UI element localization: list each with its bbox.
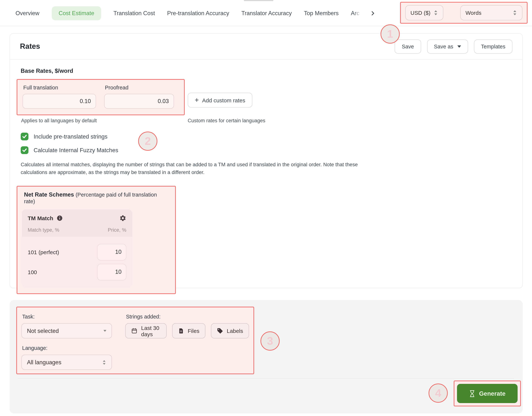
save-as-button[interactable]: Save as bbox=[427, 39, 468, 53]
unit-select-value: Words bbox=[466, 9, 481, 16]
labels-button[interactable]: Labels bbox=[211, 323, 249, 338]
proofread-input[interactable] bbox=[104, 94, 174, 109]
base-rates-heading: Base Rates, $/word bbox=[21, 68, 513, 74]
tm-col-price: Price, % bbox=[108, 227, 126, 233]
tab-translator-accuracy[interactable]: Translator Accuracy bbox=[241, 10, 292, 17]
strings-added-filter: Strings added: Last 30 days Files Lab bbox=[125, 312, 249, 338]
tab-translation-cost[interactable]: Translation Cost bbox=[114, 10, 155, 17]
tab-pre-translation-accuracy[interactable]: Pre-translation Accuracy bbox=[167, 10, 229, 17]
task-label: Task: bbox=[22, 314, 112, 320]
tm-row-100-input[interactable] bbox=[97, 264, 126, 280]
updown-arrows-icon bbox=[102, 360, 106, 365]
tm-row-100: 100 bbox=[28, 264, 126, 280]
annotation-circle-3: 3 bbox=[260, 331, 280, 351]
rates-card-header: Rates Save Save as Templates bbox=[10, 34, 522, 59]
tab-archive-truncated[interactable]: Arc bbox=[351, 10, 362, 17]
task-select-value: Not selected bbox=[27, 328, 59, 334]
language-select-value: All languages bbox=[27, 359, 61, 366]
rates-card-body: Base Rates, $/word Full translation Proo… bbox=[10, 59, 522, 294]
files-label: Files bbox=[188, 328, 199, 334]
tm-row-101-label: 101 (perfect) bbox=[28, 249, 59, 255]
filters-highlight: Task: Not selected Strings added: Last 3… bbox=[16, 307, 254, 374]
tabs-overflow-button[interactable] bbox=[370, 10, 376, 16]
task-filter: Task: Not selected bbox=[21, 312, 112, 338]
full-translation-field: Full translation bbox=[23, 85, 96, 109]
files-button[interactable]: Files bbox=[172, 323, 205, 338]
tm-match-header: TM Match Match type, % Price, % bbox=[22, 209, 132, 237]
page-title: Rates bbox=[20, 42, 40, 51]
base-rates-helper-left: Applies to all languages by default bbox=[21, 118, 97, 123]
tag-icon bbox=[217, 328, 223, 334]
include-pretranslated-row: Include pre-translated strings bbox=[21, 133, 513, 140]
tm-match-rows: 101 (perfect) 100 bbox=[22, 237, 132, 287]
tm-row-101-input[interactable] bbox=[97, 244, 126, 260]
report-tabs: Overview Cost Estimate Translation Cost … bbox=[16, 0, 376, 26]
calc-fuzzy-label: Calculate Internal Fuzzy Matches bbox=[34, 147, 118, 153]
base-rates-highlight: Full translation Proofread bbox=[17, 79, 185, 115]
info-icon[interactable] bbox=[57, 215, 63, 221]
proofread-field: Proofread bbox=[104, 85, 174, 109]
tm-match-title: TM Match bbox=[28, 215, 53, 221]
checkmark-icon bbox=[22, 134, 27, 139]
tm-row-100-label: 100 bbox=[28, 269, 37, 275]
full-translation-label: Full translation bbox=[23, 85, 96, 91]
caret-down-icon bbox=[457, 45, 461, 47]
rates-actions: Save Save as Templates bbox=[395, 39, 513, 53]
calc-fuzzy-checkbox[interactable] bbox=[21, 146, 28, 154]
labels-label: Labels bbox=[227, 328, 243, 334]
rates-card: Rates Save Save as Templates Base Rates,… bbox=[10, 33, 523, 288]
tab-top-members[interactable]: Top Members bbox=[304, 10, 339, 17]
calc-fuzzy-row: Calculate Internal Fuzzy Matches bbox=[21, 146, 513, 154]
add-custom-rates-label: Add custom rates bbox=[202, 97, 245, 103]
tab-overview[interactable]: Overview bbox=[16, 10, 39, 17]
save-button[interactable]: Save bbox=[395, 39, 421, 53]
gear-icon bbox=[119, 215, 126, 222]
net-rate-schemes-highlight: Net Rate Schemes (Percentage paid of ful… bbox=[17, 186, 176, 294]
language-filter: Language: All languages bbox=[21, 345, 249, 370]
generate-button[interactable]: Generate bbox=[457, 384, 518, 403]
tm-row-101: 101 (perfect) bbox=[28, 244, 126, 260]
currency-select[interactable]: USD ($) bbox=[405, 5, 443, 20]
full-translation-input[interactable] bbox=[23, 94, 96, 109]
language-select[interactable]: All languages bbox=[21, 355, 112, 370]
tm-settings-button[interactable] bbox=[119, 215, 126, 222]
currency-unit-highlight: USD ($) Words bbox=[400, 2, 528, 24]
base-rates-helpers: Applies to all languages by default Cust… bbox=[20, 118, 513, 124]
add-custom-rates-button[interactable]: + Add custom rates bbox=[188, 93, 252, 107]
tm-col-match-type: Match type, % bbox=[28, 227, 59, 233]
proofread-label: Proofread bbox=[105, 85, 174, 91]
plus-icon: + bbox=[195, 96, 199, 103]
file-icon bbox=[178, 328, 184, 334]
updown-arrows-icon bbox=[513, 10, 517, 16]
date-range-label: Last 30 days bbox=[141, 325, 161, 337]
generate-highlight: Generate bbox=[454, 380, 521, 407]
templates-button[interactable]: Templates bbox=[474, 39, 513, 53]
base-rates-row: Full translation Proofread + Add custom … bbox=[20, 79, 513, 115]
updown-arrows-icon bbox=[433, 10, 438, 16]
report-tabs-bar: Overview Cost Estimate Translation Cost … bbox=[0, 0, 532, 26]
hourglass-icon bbox=[469, 390, 475, 397]
annotation-circle-2: 2 bbox=[138, 132, 157, 151]
save-as-label: Save as bbox=[434, 43, 453, 49]
tab-cost-estimate[interactable]: Cost Estimate bbox=[52, 6, 101, 20]
annotation-circle-4: 4 bbox=[428, 384, 448, 403]
caret-down-icon bbox=[104, 330, 106, 332]
checkmark-icon bbox=[22, 147, 27, 153]
unit-select[interactable]: Words bbox=[460, 5, 522, 20]
language-label: Language: bbox=[22, 345, 249, 351]
annotation-circle-1: 1 bbox=[380, 24, 400, 44]
tm-match-card: TM Match Match type, % Price, % bbox=[22, 209, 132, 287]
base-rates-helper-right: Custom rates for certain languages bbox=[188, 118, 265, 123]
panel-divider bbox=[18, 378, 514, 379]
date-range-button[interactable]: Last 30 days bbox=[125, 323, 167, 338]
net-rate-schemes-title-main: Net Rate Schemes bbox=[24, 191, 74, 198]
net-rate-schemes-title: Net Rate Schemes (Percentage paid of ful… bbox=[24, 191, 169, 205]
include-pretranslated-checkbox[interactable] bbox=[21, 133, 28, 140]
task-select[interactable]: Not selected bbox=[21, 323, 112, 338]
screenshot-stage: Overview Cost Estimate Translation Cost … bbox=[0, 0, 532, 416]
chevron-right-icon bbox=[370, 10, 376, 16]
generate-label: Generate bbox=[479, 390, 505, 397]
currency-select-value: USD ($) bbox=[410, 9, 430, 16]
fuzzy-description: Calculates all internal matches, display… bbox=[21, 161, 368, 177]
strings-added-label: Strings added: bbox=[126, 314, 249, 320]
